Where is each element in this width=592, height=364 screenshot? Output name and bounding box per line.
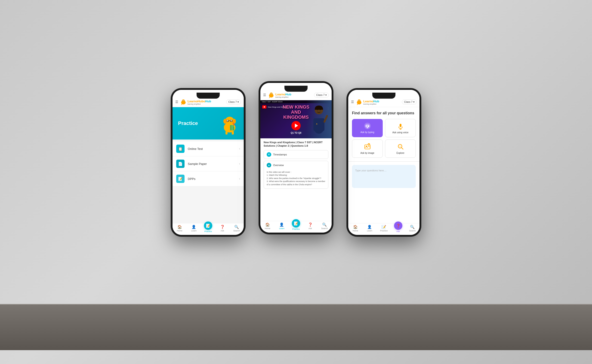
nav-practice-1[interactable]: 📝 Practice (201, 225, 215, 233)
practice-icon-2: 📝 (294, 221, 298, 226)
svg-rect-48 (400, 124, 401, 127)
logo-learn-text: LearnoHub (188, 99, 203, 103)
nav-ask-label-2: Ask (309, 227, 312, 230)
nav-practice-3[interactable]: 📝 Practice (377, 225, 391, 233)
nav-learn-3[interactable]: 👤 Learn (363, 225, 377, 233)
svg-point-24 (269, 94, 271, 97)
sample-paper-arrow-icon: › (239, 162, 240, 165)
play-triangle-icon (295, 124, 298, 128)
hamburger-icon-2[interactable]: ☰ (263, 93, 266, 97)
nav-practice-label-2: Practice (292, 228, 300, 230)
svg-rect-19 (232, 131, 234, 134)
svg-point-12 (227, 120, 228, 122)
svg-text:A: A (316, 123, 317, 125)
nav-search-1[interactable]: 🔍 Search (229, 225, 244, 233)
class-dropdown-arrow: ▾ (237, 100, 239, 104)
logo-elephant-icon-3 (356, 99, 362, 105)
phone-notch (196, 93, 220, 99)
video-thumbnail[interactable]: Class 7 SST : NCERT SOLN New Kings and K… (260, 100, 332, 138)
dpps-label: DPPs (188, 177, 236, 181)
class-badge-2[interactable]: Class 7 ▾ (314, 93, 329, 98)
accordion-overview[interactable]: ▲ Overview In this video we will cover :… (264, 161, 328, 189)
class-badge-3[interactable]: Class 7 ▾ (402, 99, 417, 104)
phone-notch-3 (372, 93, 396, 99)
svg-point-41 (358, 100, 359, 101)
nav-ask-1[interactable]: ❓ Ask (215, 225, 230, 233)
explore-card[interactable]: Explore (385, 139, 416, 158)
svg-point-14 (223, 119, 227, 124)
logo-elephant-icon-2 (268, 92, 275, 98)
menu-item-online-test[interactable]: 📋 Online Test › (173, 141, 244, 156)
svg-point-38 (357, 101, 359, 104)
ask-divider (348, 162, 419, 162)
practice-active-bg: 📝 (204, 221, 212, 230)
ask-by-typing-card[interactable]: Ask by typing (352, 119, 383, 137)
explore-label: Explore (397, 152, 404, 154)
class-dropdown-arrow-2: ▾ (325, 94, 327, 97)
hamburger-icon-3[interactable]: ☰ (351, 100, 354, 104)
menu-item-dpps[interactable]: 📝 DPPs › (173, 171, 244, 186)
nav-practice-2[interactable]: 📝 Practice (289, 222, 303, 230)
dpps-arrow-icon: › (239, 177, 240, 180)
accordion-overview-icon: ▲ (267, 163, 271, 168)
mascot-elephant-icon (219, 111, 240, 136)
svg-point-2 (182, 101, 183, 104)
home-icon-2: 🏠 (265, 222, 270, 227)
logo-area: LearnoHuboHub learning simplified (180, 99, 224, 105)
ask-content: Find answers for all your questions Ask … (348, 107, 419, 223)
accordion-overview-header[interactable]: ▲ Overview (264, 161, 328, 169)
class-badge[interactable]: Class 7 ▾ (226, 99, 241, 104)
nav-ask-label: Ask (221, 230, 224, 232)
sample-paper-icon: 📄 (176, 160, 185, 168)
ask-page-title: Find answers for all your questions (352, 111, 416, 116)
online-test-arrow-icon: › (239, 147, 240, 150)
ask-by-voice-card[interactable]: Ask using voice (385, 119, 416, 137)
practice-banner: Practice (173, 107, 244, 139)
nav-home-3[interactable]: 🏠 Home (348, 225, 363, 233)
logo-tagline-2: learning simplified (276, 96, 291, 98)
ask-by-image-card[interactable]: Ask by image (352, 139, 383, 158)
explore-icon (397, 143, 404, 150)
nav-learn-label-2: Learn (279, 227, 284, 230)
nav-learn-label: Learn (191, 230, 196, 232)
ask-by-voice-label: Ask using voice (392, 131, 408, 134)
nav-home-2[interactable]: 🏠 Home (260, 222, 275, 230)
nav-search-label: Search (233, 230, 240, 232)
search-icon: 🔍 (234, 225, 239, 229)
nav-learn-label-3: Learn (367, 230, 372, 232)
search-icon-3: 🔍 (410, 225, 415, 229)
nav-practice-label: Practice (204, 230, 212, 233)
nav-learn-2[interactable]: 👤 Learn (275, 222, 289, 230)
class-label-3: Class 7 (404, 100, 413, 103)
nav-home-1[interactable]: 🏠 Home (173, 225, 187, 233)
accordion-timestamps-header[interactable]: ▼ Timestamps (264, 150, 328, 159)
class-label: Class 7 (228, 100, 237, 103)
nav-ask-3[interactable]: ❓ Ask (391, 225, 405, 233)
svg-point-28 (271, 94, 272, 94)
video-play-button[interactable] (291, 121, 301, 130)
ask-input-area[interactable]: Type your questions here.... (352, 165, 416, 188)
hamburger-icon[interactable]: ☰ (175, 100, 178, 104)
nav-search-2[interactable]: 🔍 Search (317, 222, 332, 230)
nav-learn-1[interactable]: 👤 Learn (187, 225, 201, 233)
svg-point-42 (359, 100, 360, 101)
svg-rect-51 (365, 145, 370, 149)
nav-ask-2[interactable]: ❓ Ask (303, 222, 317, 230)
ask-by-image-label: Ask by image (360, 152, 374, 154)
video-sub-label: Q1 TO Q8 (291, 132, 301, 134)
logo-elephant-icon (180, 99, 187, 105)
accordion-timestamps[interactable]: ▼ Timestamps (264, 150, 328, 159)
accordion-timestamps-label: Timestamps (273, 153, 287, 156)
nav-search-3[interactable]: 🔍 Search (405, 225, 419, 233)
logo-area-3: LearnoHub learning simplified (356, 99, 400, 105)
ask-by-typing-label: Ask by typing (361, 131, 374, 134)
online-test-label: Online Test (188, 147, 236, 151)
ask-active-bg: ❓ (394, 221, 402, 230)
overview-text: In this video we will cover :1. Match th… (267, 171, 325, 186)
svg-point-6 (184, 100, 184, 101)
ask-options-grid: Ask by typing Ask using voice (352, 119, 416, 158)
online-test-icon: 📋 (176, 145, 185, 153)
menu-item-sample-paper[interactable]: 📄 Sample Paper › (173, 156, 244, 171)
svg-rect-44 (366, 125, 369, 127)
nav-search-label-3: Search (409, 230, 416, 232)
